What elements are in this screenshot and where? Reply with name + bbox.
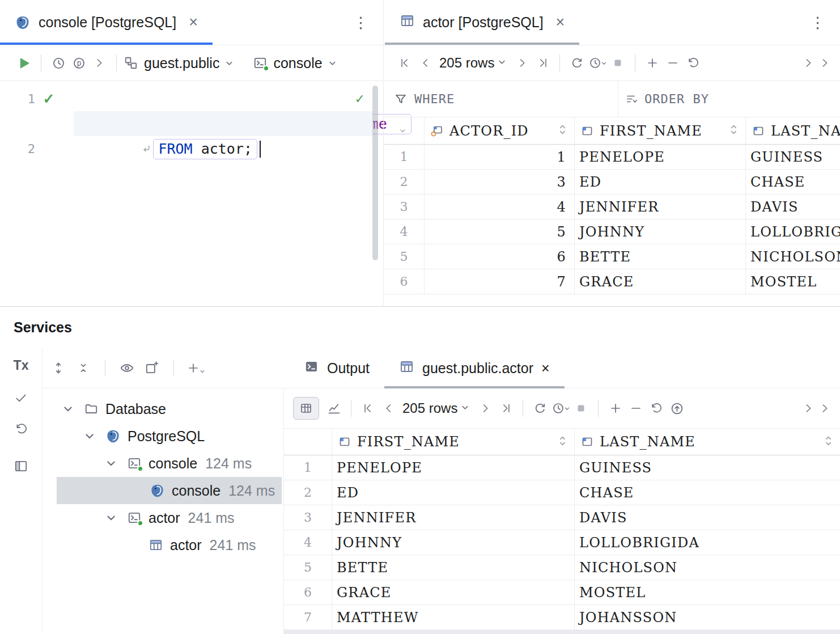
order-by-filter[interactable]: ORDER BY [618, 81, 840, 117]
chevron-down-icon[interactable] [62, 403, 74, 415]
chevron-down-icon[interactable] [105, 458, 117, 469]
chevron-right-icon[interactable] [818, 398, 840, 419]
cell-first-name[interactable]: PENELOPE [575, 145, 746, 169]
rollback-icon[interactable] [11, 419, 31, 439]
editor-scrollbar[interactable] [372, 86, 378, 260]
parameters-icon[interactable]: p [69, 53, 89, 73]
chevron-down-icon[interactable] [498, 58, 506, 69]
cell-first-name[interactable]: PENELOPE [332, 455, 575, 480]
chevron-right-icon[interactable] [89, 53, 109, 73]
table-row[interactable]: 2 ED CHASE [284, 480, 840, 505]
tree-item-console-group[interactable]: console 124 ms [43, 450, 283, 477]
tree-item-actor-group[interactable]: actor 241 ms [43, 504, 283, 531]
table-row[interactable]: 6 7 GRACE MOSTEL [384, 269, 840, 294]
preview-eye-icon[interactable] [117, 358, 137, 378]
cell-last-name[interactable]: NICHOLSON [575, 555, 840, 580]
table-row[interactable]: 3 JENNIFER DAVIS [284, 505, 840, 530]
chevron-right-icon[interactable] [798, 53, 818, 73]
schema-selector[interactable]: guest.public [124, 55, 234, 71]
add-row-icon[interactable] [642, 53, 663, 73]
last-page-icon[interactable] [495, 398, 516, 419]
close-icon[interactable]: × [556, 15, 565, 30]
cell-last-name[interactable]: LOLLOBRIGIDA [746, 219, 840, 244]
cell-first-name[interactable]: GRACE [575, 269, 746, 294]
close-icon[interactable]: × [541, 360, 550, 377]
column-header-last-name[interactable]: LAST_NAME [746, 117, 840, 144]
table-row[interactable]: 6 GRACE MOSTEL [284, 580, 840, 605]
stop-icon[interactable] [571, 398, 591, 419]
prev-page-icon[interactable] [415, 53, 436, 73]
stop-icon[interactable] [608, 53, 628, 73]
cell-last-name[interactable]: MOSTEL [746, 269, 840, 294]
schedule-refresh-icon[interactable] [550, 398, 571, 419]
layout-icon[interactable] [11, 456, 31, 476]
rows-count[interactable]: 205 rows [402, 400, 457, 416]
sort-icon[interactable] [729, 124, 739, 138]
cell-last-name[interactable]: NICHOLSON [746, 244, 840, 269]
tree-item-postgresql[interactable]: PostgreSQL [43, 422, 283, 450]
column-header-actor-id[interactable]: ACTOR_ID [425, 117, 575, 144]
column-header-first-name[interactable]: FIRST_NAME [575, 117, 746, 144]
chart-view-toggle[interactable] [324, 398, 344, 419]
refresh-icon[interactable] [530, 398, 550, 419]
cell-first-name[interactable]: JOHNNY [332, 530, 575, 555]
add-row-icon[interactable] [605, 398, 626, 419]
tab-result-grid[interactable]: guest.public.actor × [384, 348, 565, 388]
delete-row-icon[interactable] [663, 53, 683, 73]
prev-page-icon[interactable] [379, 398, 399, 419]
cell-last-name[interactable]: JOHANSSON [575, 605, 840, 629]
tab-actor[interactable]: actor [PostgreSQL] × [385, 0, 579, 45]
chevron-down-icon[interactable] [84, 430, 95, 442]
cell-actor-id[interactable]: 1 [425, 145, 575, 169]
table-row[interactable]: 4 JOHNNY LOLLOBRIGIDA [284, 530, 840, 555]
table-row[interactable]: 7 MATTHEW JOHANSSON [284, 605, 840, 630]
revert-icon[interactable] [646, 398, 667, 419]
first-page-icon[interactable] [395, 53, 415, 73]
cell-actor-id[interactable]: 5 [425, 219, 575, 244]
cell-first-name[interactable]: MATTHEW [332, 605, 575, 629]
chevron-down-icon[interactable] [105, 512, 117, 523]
cell-first-name[interactable]: JENNIFER [575, 195, 746, 219]
commit-check-icon[interactable] [11, 388, 31, 408]
tree-item-console-selected[interactable]: console 124 ms [57, 477, 282, 504]
kebab-menu-icon[interactable]: ⋮ [338, 0, 383, 45]
run-button[interactable] [14, 53, 34, 73]
table-row[interactable]: 3 4 JENNIFER DAVIS [384, 195, 840, 219]
cell-last-name[interactable]: GUINESS [746, 145, 840, 169]
cell-actor-id[interactable]: 7 [425, 269, 575, 294]
close-icon[interactable]: × [189, 15, 198, 30]
submit-icon[interactable] [667, 398, 687, 419]
cell-actor-id[interactable]: 4 [425, 195, 575, 219]
session-selector[interactable]: console [253, 55, 336, 71]
expand-all-icon[interactable] [48, 358, 69, 378]
cell-first-name[interactable]: ED [332, 480, 575, 505]
sort-icon[interactable] [824, 435, 833, 449]
chevron-right-icon[interactable] [798, 398, 818, 419]
history-icon[interactable] [48, 53, 69, 73]
tree-item-database[interactable]: Database [43, 395, 283, 422]
cell-first-name[interactable]: JENNIFER [332, 505, 575, 530]
sql-editor[interactable]: 1 ✓ 2 SELECT first_name, last_name ✓ FRO… [0, 81, 383, 306]
cell-actor-id[interactable]: 3 [425, 170, 575, 194]
column-header-first-name[interactable]: FIRST_NAME [332, 429, 575, 455]
code-area[interactable]: SELECT first_name, last_name ✓ FROM acto… [74, 86, 373, 161]
code-line-1[interactable]: SELECT first_name, last_name ✓ [74, 86, 373, 111]
delete-row-icon[interactable] [626, 398, 646, 419]
cell-last-name[interactable]: GUINESS [575, 455, 840, 480]
collapse-all-icon[interactable] [73, 358, 94, 378]
sort-icon[interactable] [558, 435, 567, 449]
table-row[interactable]: 5 6 BETTE NICHOLSON [384, 244, 840, 269]
cell-first-name[interactable]: BETTE [332, 555, 575, 580]
revert-icon[interactable] [683, 53, 703, 73]
sort-icon[interactable] [558, 124, 567, 138]
cell-last-name[interactable]: MOSTEL [575, 580, 840, 605]
last-page-icon[interactable] [532, 53, 553, 73]
code-line-2[interactable]: FROM actor; [74, 111, 373, 136]
table-row[interactable]: 4 5 JOHNNY LOLLOBRIGIDA [384, 219, 840, 244]
cell-last-name[interactable]: CHASE [575, 480, 840, 505]
tx-mode-button[interactable]: Tx [14, 358, 29, 373]
grid-view-toggle[interactable] [293, 397, 319, 420]
cell-last-name[interactable]: DAVIS [746, 195, 840, 219]
cell-actor-id[interactable]: 6 [425, 244, 575, 269]
table-row[interactable]: 2 3 ED CHASE [384, 170, 840, 195]
